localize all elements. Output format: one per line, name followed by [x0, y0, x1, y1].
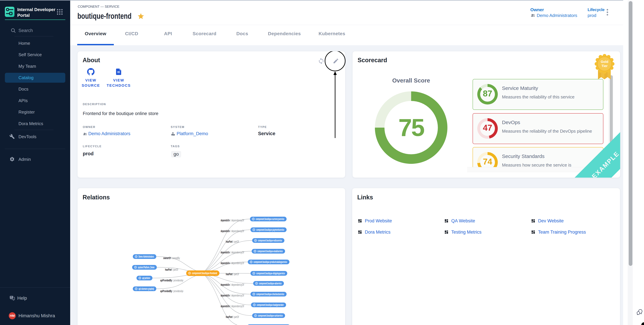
svg-text:component:boutique-adservice: component:boutique-adservice — [259, 282, 282, 285]
svg-text:/ dependencyOf: / dependencyOf — [230, 262, 244, 265]
svg-text:/ dependencyOf: / dependencyOf — [230, 251, 244, 254]
svg-text:component:boutique-emailservic: component:boutique-emailservice — [257, 250, 283, 253]
svg-text:apiProvidedBy: apiProvidedBy — [160, 279, 172, 282]
svg-text:dependsOn: dependsOn — [221, 305, 230, 308]
svg-text:hasPart: hasPart — [226, 273, 232, 276]
svg-text:component:boutique-currencyser: component:boutique-currencyservice — [256, 217, 284, 221]
svg-text:/ providesApi: / providesApi — [172, 279, 183, 282]
svg-text:dependsOn: dependsOn — [221, 251, 230, 254]
svg-text:ownerOf: ownerOf — [163, 256, 171, 260]
svg-text:Gold: Gold — [601, 60, 608, 63]
svg-text:hasPart: hasPart — [165, 268, 172, 271]
svg-text:component:boutique-productcata: component:boutique-productcatalogservice — [254, 260, 287, 264]
svg-text:Tier: Tier — [602, 64, 608, 68]
svg-text:component:boutique-redisservic: component:boutique-redisservice — [258, 239, 282, 242]
svg-text:/ providesApi: / providesApi — [172, 290, 183, 293]
svg-text:?: ? — [10, 296, 12, 298]
svg-text:api:starwars-graphql: api:starwars-graphql — [138, 287, 154, 291]
svg-text:component:boutique-checkoutser: component:boutique-checkoutservice — [256, 293, 284, 296]
svg-text:component:boutique-loadgenerat: component:boutique-loadgenerator — [257, 303, 284, 307]
svg-text:apiProvidedBy: apiProvidedBy — [160, 290, 172, 293]
svg-text:/ ownedBy: / ownedBy — [171, 256, 180, 260]
svg-text:/ partOf: / partOf — [232, 273, 239, 276]
svg-text:component:boutique-paymentserv: component:boutique-paymentservice — [256, 228, 284, 231]
svg-text:/ partOf: / partOf — [172, 268, 178, 271]
svg-text:/ partOf: / partOf — [232, 240, 239, 243]
svg-text:component:boutique-shippingser: component:boutique-shippingservice — [256, 272, 285, 275]
svg-text:dependsOn: dependsOn — [221, 262, 230, 265]
svg-text:component:boutique-frontend: component:boutique-frontend — [192, 272, 217, 275]
svg-text:/ dependencyOf: / dependencyOf — [230, 283, 244, 287]
svg-text:dependsOn: dependsOn — [221, 229, 230, 233]
svg-text:dependsOn: dependsOn — [221, 283, 230, 287]
svg-text:hasPart: hasPart — [226, 240, 232, 243]
svg-text:dependsOn: dependsOn — [221, 219, 230, 222]
svg-text:Demo Administrators: Demo Administrators — [138, 255, 154, 258]
svg-text:/ dependencyOf: / dependencyOf — [230, 305, 244, 308]
svg-text:/ partOf: / partOf — [232, 315, 239, 319]
svg-text:/ dependencyOf: / dependencyOf — [230, 219, 244, 222]
svg-text:/ dependencyOf: / dependencyOf — [230, 294, 244, 297]
svg-text:component:boutique-cartservice: component:boutique-cartservice — [258, 314, 283, 317]
svg-text:dependsOn: dependsOn — [221, 294, 230, 297]
svg-text:api:petstore: api:petstore — [142, 276, 150, 280]
svg-text:/ dependencyOf: / dependencyOf — [230, 229, 244, 233]
svg-text:system:Platform_Demo: system:Platform_Demo — [138, 266, 154, 269]
svg-text:hasPart: hasPart — [226, 315, 232, 319]
